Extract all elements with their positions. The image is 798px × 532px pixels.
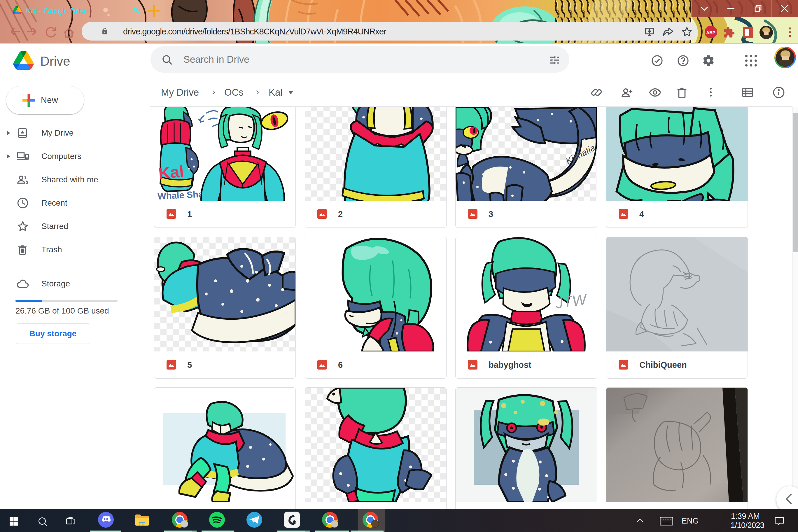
svg-text:Kal: Kal	[158, 162, 185, 183]
svg-text:ABP: ABP	[706, 30, 716, 35]
